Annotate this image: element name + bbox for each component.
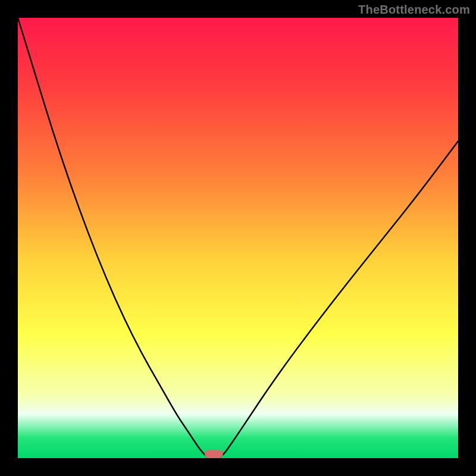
bottleneck-chart bbox=[18, 18, 458, 458]
marker-layer bbox=[205, 450, 223, 458]
watermark-text: TheBottleneck.com bbox=[358, 3, 470, 17]
chart-frame: TheBottleneck.com bbox=[0, 0, 476, 476]
bottleneck-marker bbox=[205, 450, 223, 458]
plot-area bbox=[18, 18, 458, 458]
gradient-background bbox=[18, 18, 458, 458]
